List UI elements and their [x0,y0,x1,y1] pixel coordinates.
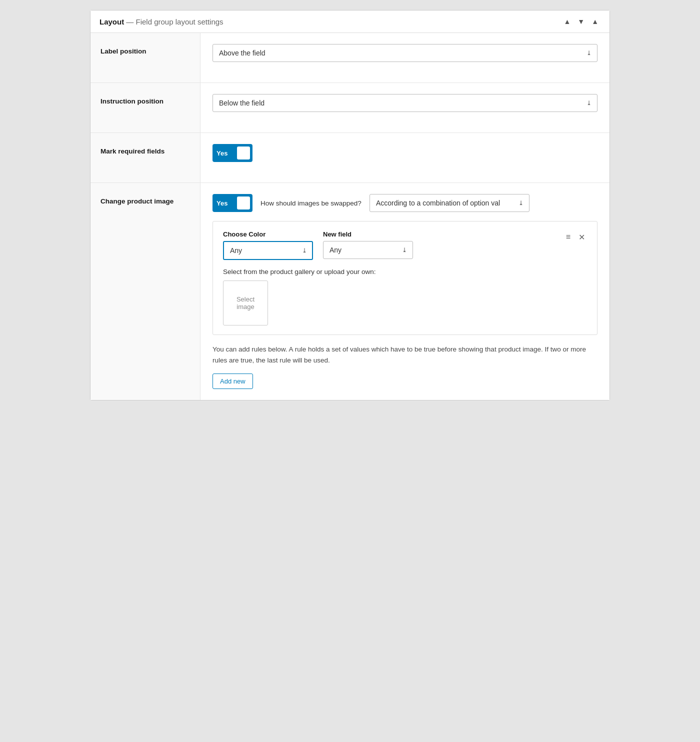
swap-row: Yes How should images be swapped? Accord… [212,194,598,212]
swap-question-text: How should images be swapped? [260,200,362,207]
rule-menu-button[interactable]: ≡ [564,230,572,244]
panel-body: Label position Above the field Left of f… [90,33,610,400]
change-product-image-row: Change product image Yes How should imag… [90,183,610,400]
panel-header: Layout — Field group layout settings ▲ ▼… [90,10,610,33]
collapse-toggle-button[interactable]: ▲ [590,16,600,26]
rule-close-button[interactable]: ✕ [576,230,587,244]
change-product-image-toggle-label: Yes [216,200,228,207]
instruction-position-content: Below the field Above the field Tooltip … [200,83,610,132]
change-product-image-content: Yes How should images be swapped? Accord… [200,183,610,400]
instruction-position-select[interactable]: Below the field Above the field Tooltip [212,94,598,112]
label-position-row: Label position Above the field Left of f… [90,33,610,83]
panel-controls: ▲ ▼ ▲ [562,16,600,26]
swap-method-select[interactable]: According to a combination of option val… [370,194,530,212]
instruction-position-row: Instruction position Below the field Abo… [90,83,610,133]
mark-required-toggle-knob [237,146,250,160]
change-product-image-toggle[interactable]: Yes [212,194,252,212]
rule-field-color-label: Choose Color [223,230,313,238]
rule-card-actions: ≡ ✕ [564,230,587,244]
mark-required-toggle[interactable]: Yes [212,144,252,162]
label-position-select[interactable]: Above the field Left of field Right of f… [212,44,598,62]
label-position-select-wrapper: Above the field Left of field Right of f… [212,44,598,62]
mark-required-content: Yes [200,133,610,182]
rule-color-select-wrapper: Any Red Blue Green ⤓ [223,241,313,260]
rule-field-new-label: New field [323,230,413,238]
collapse-up-button[interactable]: ▲ [562,16,572,26]
rule-color-select[interactable]: Any Red Blue Green [223,241,313,260]
instruction-position-select-wrapper: Below the field Above the field Tooltip … [212,94,598,112]
panel-title: Layout — Field group layout settings [100,18,224,26]
rule-card-header: Choose Color Any Red Blue Green ⤓ [223,230,587,260]
rule-field-group: Choose Color Any Red Blue Green ⤓ [223,230,413,260]
rule-new-select-wrapper: Any Option 1 Option 2 ⤓ [323,241,413,259]
collapse-down-button[interactable]: ▼ [576,16,586,26]
mark-required-toggle-label: Yes [216,150,228,157]
rule-new-select[interactable]: Any Option 1 Option 2 [323,241,413,259]
add-new-button[interactable]: Add new [212,374,253,389]
instruction-position-label: Instruction position [90,83,200,132]
select-image-text: Select image [228,296,264,310]
change-product-image-label: Change product image [90,183,200,400]
select-image-box[interactable]: Select image [223,280,268,326]
layout-panel: Layout — Field group layout settings ▲ ▼… [90,10,610,400]
swap-select-wrapper: According to a combination of option val… [370,194,530,212]
mark-required-label: Mark required fields [90,133,200,182]
label-position-content: Above the field Left of field Right of f… [200,33,610,82]
mark-required-row: Mark required fields Yes [90,133,610,183]
rule-field-new: New field Any Option 1 Option 2 ⤓ [323,230,413,260]
gallery-label: Select from the product gallery or uploa… [223,268,587,276]
info-text: You can add rules below. A rule holds a … [212,344,598,366]
mark-required-toggle-container: Yes [212,144,598,162]
change-product-image-toggle-knob [237,196,250,210]
rule-card: Choose Color Any Red Blue Green ⤓ [212,221,598,335]
label-position-label: Label position [90,33,200,82]
rule-field-color: Choose Color Any Red Blue Green ⤓ [223,230,313,260]
